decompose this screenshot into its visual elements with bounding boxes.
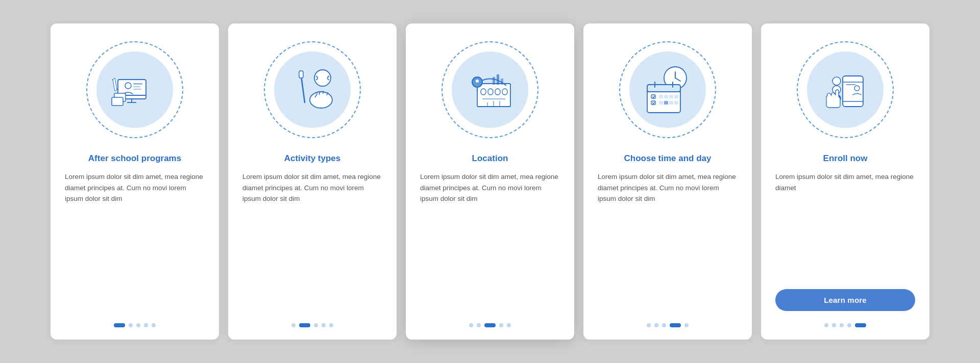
- card-dots-3: [469, 323, 511, 327]
- dot-1-5: [152, 323, 156, 327]
- card-title-1: After school programs: [88, 153, 181, 164]
- svg-point-14: [314, 70, 331, 86]
- svg-rect-46: [659, 95, 663, 98]
- dot-2-1: [291, 323, 296, 327]
- svg-point-15: [310, 92, 332, 108]
- card-enroll: Enroll now Lorem ipsum dolor sit dim ame…: [761, 23, 929, 340]
- dot-1-2: [129, 323, 133, 327]
- dot-2-4: [322, 323, 326, 327]
- card-icon-area-5: [794, 39, 896, 141]
- dot-2-2: [299, 323, 310, 327]
- dot-3-2: [477, 323, 481, 327]
- svg-rect-48: [669, 95, 673, 98]
- card-title-3: Location: [472, 153, 508, 164]
- svg-rect-53: [674, 101, 678, 105]
- dot-4-5: [684, 323, 689, 327]
- svg-rect-51: [664, 101, 668, 105]
- dot-1-3: [136, 323, 140, 327]
- card-body-1: Lorem ipsum dolor sit dim amet, mea regi…: [65, 171, 205, 311]
- card-choose-time: Choose time and day Lorem ipsum dolor si…: [583, 23, 752, 340]
- dot-3-3: [484, 323, 496, 327]
- dot-3-1: [469, 323, 473, 327]
- card-dots-4: [647, 323, 689, 327]
- svg-rect-13: [299, 71, 303, 78]
- dot-4-2: [654, 323, 658, 327]
- dot-5-1: [824, 323, 828, 327]
- svg-rect-5: [133, 83, 142, 85]
- card-body-3: Lorem ipsum dolor sit dim amet, mea regi…: [420, 171, 560, 311]
- card-title-2: Activity types: [284, 153, 341, 164]
- dot-3-5: [507, 323, 511, 327]
- dot-2-5: [329, 323, 333, 327]
- cards-container: After school programs Lorem ipsum dolor …: [30, 8, 950, 355]
- svg-rect-7: [133, 89, 141, 90]
- dot-5-5: [855, 323, 866, 327]
- card-icon-area-1: [84, 39, 186, 141]
- svg-rect-9: [112, 97, 123, 106]
- svg-rect-6: [133, 86, 140, 87]
- card-body-5: Lorem ipsum dolor sit dim amet, mea regi…: [775, 171, 915, 279]
- card-dots-5: [824, 323, 866, 327]
- dot-4-1: [647, 323, 651, 327]
- dot-2-3: [314, 323, 318, 327]
- svg-rect-50: [659, 101, 663, 105]
- school-icon: [102, 57, 168, 123]
- dot-1-4: [144, 323, 148, 327]
- dot-1-1: [114, 323, 125, 327]
- card-title-4: Choose time and day: [624, 153, 712, 164]
- dot-5-2: [832, 323, 836, 327]
- svg-rect-40: [647, 85, 680, 92]
- svg-rect-49: [674, 95, 678, 98]
- dot-3-4: [499, 323, 503, 327]
- card-title-5: Enroll now: [823, 153, 868, 164]
- svg-rect-52: [669, 101, 673, 105]
- calendar-icon: [634, 57, 701, 123]
- svg-rect-33: [493, 77, 495, 85]
- dot-4-4: [670, 323, 681, 327]
- svg-rect-35: [501, 79, 503, 85]
- card-after-school: After school programs Lorem ipsum dolor …: [51, 23, 219, 340]
- dot-5-4: [847, 323, 851, 327]
- card-activity-types: Activity types Lorem ipsum dolor sit dim…: [228, 23, 397, 340]
- svg-marker-11: [113, 78, 117, 91]
- dot-4-3: [662, 323, 666, 327]
- card-dots-2: [291, 323, 333, 327]
- card-body-2: Lorem ipsum dolor sit dim amet, mea regi…: [242, 171, 382, 311]
- learn-more-button[interactable]: Learn more: [775, 289, 915, 311]
- svg-point-31: [476, 80, 479, 83]
- dot-5-3: [840, 323, 844, 327]
- activity-icon: [279, 57, 346, 123]
- card-body-4: Lorem ipsum dolor sit dim amet, mea regi…: [598, 171, 738, 311]
- svg-rect-54: [843, 76, 863, 107]
- card-icon-area-3: [439, 39, 541, 141]
- location-icon: [454, 54, 526, 125]
- svg-rect-34: [497, 74, 499, 85]
- card-icon-area-2: [261, 39, 363, 141]
- svg-point-59: [832, 77, 841, 85]
- svg-rect-47: [664, 95, 668, 98]
- card-icon-area-4: [617, 39, 719, 141]
- card-dots-1: [114, 323, 156, 327]
- card-location: Location Lorem ipsum dolor sit dim amet,…: [406, 23, 574, 340]
- enroll-icon: [812, 57, 878, 123]
